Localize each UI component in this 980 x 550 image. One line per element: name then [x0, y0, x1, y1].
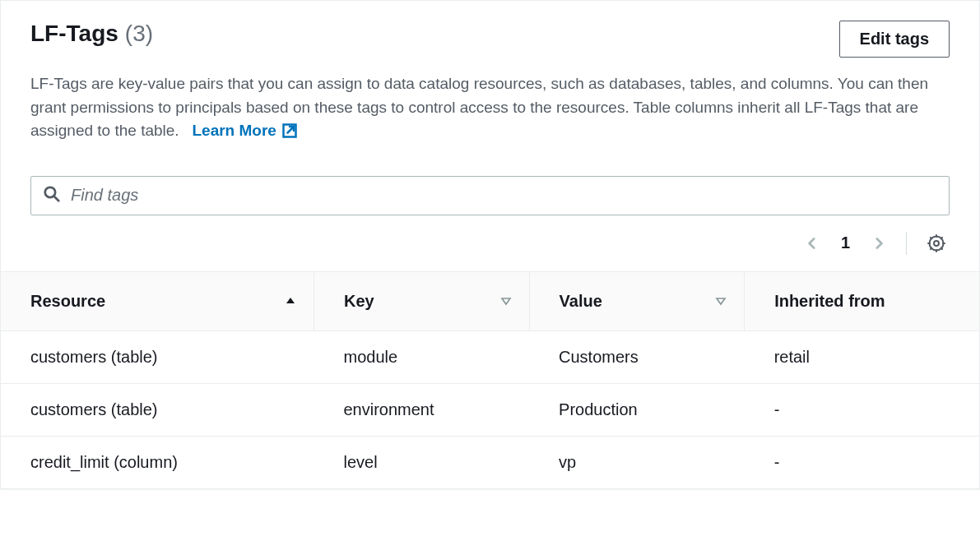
tags-table: Resource Key	[1, 271, 979, 488]
cell-inherited: -	[745, 436, 979, 488]
svg-point-3	[934, 241, 939, 246]
header-section: LF-Tags (3) Edit tags LF-Tags are key-va…	[1, 1, 979, 159]
cell-value: Production	[529, 383, 745, 436]
cell-key: environment	[314, 383, 529, 436]
cell-key: level	[314, 436, 529, 488]
search-box[interactable]	[30, 176, 950, 215]
divider	[906, 232, 907, 255]
external-link-icon	[281, 122, 298, 139]
search-icon	[43, 185, 61, 206]
table-row: customers (table) environment Production…	[1, 383, 979, 436]
column-header-resource[interactable]: Resource	[1, 271, 314, 330]
column-label: Inherited from	[774, 292, 885, 311]
learn-more-link[interactable]: Learn More	[192, 119, 297, 143]
search-row	[1, 159, 979, 215]
table-row: credit_limit (column) level vp -	[1, 436, 979, 488]
table-body: customers (table) module Customers retai…	[1, 330, 979, 488]
column-header-key[interactable]: Key	[314, 271, 529, 330]
sort-asc-icon	[284, 294, 297, 307]
table-header-row: Resource Key	[1, 271, 979, 330]
svg-point-4	[930, 236, 944, 250]
cell-value: Customers	[529, 330, 745, 383]
cell-key: module	[314, 330, 529, 383]
cell-resource: customers (table)	[1, 383, 314, 436]
edit-tags-button[interactable]: Edit tags	[839, 21, 950, 58]
cell-inherited-link[interactable]: retail	[745, 330, 979, 383]
next-page-button[interactable]	[868, 233, 889, 254]
column-header-value[interactable]: Value	[529, 271, 745, 330]
cell-resource: customers (table)	[1, 330, 314, 383]
prev-page-button[interactable]	[801, 233, 823, 254]
column-label: Key	[344, 292, 374, 311]
learn-more-label: Learn More	[192, 119, 276, 143]
search-input[interactable]	[71, 186, 937, 205]
cell-resource: credit_limit (column)	[1, 436, 314, 488]
page-number: 1	[834, 233, 857, 252]
header-row: LF-Tags (3) Edit tags	[30, 21, 950, 58]
cell-inherited: -	[745, 383, 979, 436]
column-header-inherited[interactable]: Inherited from	[745, 271, 979, 330]
settings-button[interactable]	[923, 230, 950, 257]
column-label: Resource	[30, 292, 105, 311]
lf-tags-panel: LF-Tags (3) Edit tags LF-Tags are key-va…	[0, 0, 980, 489]
sort-icon	[499, 294, 513, 307]
item-count: (3)	[125, 21, 153, 47]
column-label: Value	[560, 292, 602, 311]
pagination-row: 1	[1, 215, 979, 271]
sort-icon	[714, 294, 727, 307]
cell-value: vp	[529, 436, 745, 488]
page-title: LF-Tags	[30, 21, 118, 47]
svg-line-2	[54, 196, 59, 201]
description-text: LF-Tags are key-value pairs that you can…	[30, 72, 950, 143]
title-group: LF-Tags (3)	[30, 21, 153, 47]
description-body: LF-Tags are key-value pairs that you can…	[30, 75, 928, 139]
table-row: customers (table) module Customers retai…	[1, 330, 979, 383]
